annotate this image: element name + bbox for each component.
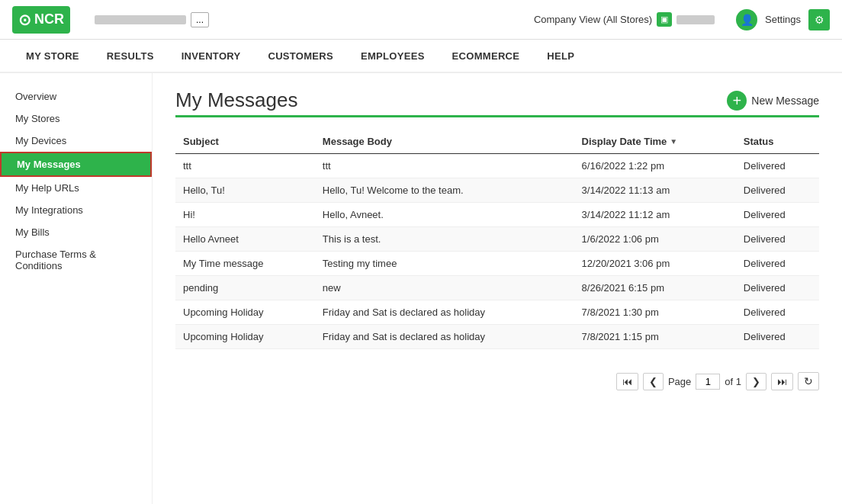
cell-body: Hello, Avneet. xyxy=(315,203,574,227)
cell-status: Delivered xyxy=(736,300,819,325)
sidebar-item-my-messages[interactable]: My Messages xyxy=(0,152,152,177)
table-row[interactable]: Upcoming Holiday Friday and Sat is decla… xyxy=(175,300,819,325)
col-header-date[interactable]: Display Date Time ▼ xyxy=(574,130,736,154)
col-header-date-label: Display Date Time xyxy=(582,136,667,147)
page-header: My Messages + New Message xyxy=(175,88,819,112)
main-layout: Overview My Stores My Devices My Message… xyxy=(0,73,842,504)
cell-status: Delivered xyxy=(736,325,819,349)
nav-item-help[interactable]: HELP xyxy=(533,40,588,73)
new-message-label: New Message xyxy=(751,95,819,107)
page-title: My Messages xyxy=(175,88,297,112)
ncr-logo: ⊙ NCR xyxy=(12,6,70,34)
cell-body: This is a test. xyxy=(315,227,574,252)
cell-body: Testing my timee xyxy=(315,252,574,276)
store-selector: ... xyxy=(95,12,209,27)
pagination-refresh-btn[interactable]: ↻ xyxy=(798,372,819,390)
messages-table: Subject Message Body Display Date Time ▼… xyxy=(175,130,819,349)
pagination-page-label: Page xyxy=(668,376,691,387)
table-row[interactable]: Hello, Tu! Hello, Tu! Welcome to the tea… xyxy=(175,178,819,203)
nav-item-customers[interactable]: CUSTOMERS xyxy=(254,40,347,73)
company-view: Company View (All Stores) ▣ xyxy=(534,12,715,27)
cell-body: new xyxy=(315,276,574,300)
cell-date: 12/20/2021 3:06 pm xyxy=(574,252,736,276)
user-avatar-icon[interactable]: 👤 xyxy=(736,9,757,30)
topbar: ⊙ NCR ... Company View (All Stores) ▣ 👤 … xyxy=(0,0,842,40)
cell-status: Delivered xyxy=(736,227,819,252)
sidebar-item-overview[interactable]: Overview xyxy=(0,85,152,108)
nav-item-ecommerce[interactable]: ECOMMERCE xyxy=(439,40,534,73)
nav-item-employees[interactable]: EMPLOYEES xyxy=(347,40,439,73)
sidebar-item-my-stores[interactable]: My Stores xyxy=(0,108,152,130)
cell-subject: Hi! xyxy=(175,203,315,227)
cell-subject: Upcoming Holiday xyxy=(175,300,315,325)
cell-date: 1/6/2022 1:06 pm xyxy=(574,227,736,252)
store-name-blurred xyxy=(95,15,186,24)
cell-body: ttt xyxy=(315,154,574,178)
cell-date: 6/16/2022 1:22 pm xyxy=(574,154,736,178)
cell-date: 3/14/2022 11:12 am xyxy=(574,203,736,227)
navbar: MY STORE RESULTS INVENTORY CUSTOMERS EMP… xyxy=(0,40,842,73)
sidebar-item-my-devices[interactable]: My Devices xyxy=(0,130,152,152)
cell-subject: My Time message xyxy=(175,252,315,276)
store-dropdown-btn[interactable]: ... xyxy=(191,12,209,27)
cell-date: 8/26/2021 6:15 pm xyxy=(574,276,736,300)
nav-item-inventory[interactable]: INVENTORY xyxy=(168,40,255,73)
table-body: ttt ttt 6/16/2022 1:22 pm Delivered Hell… xyxy=(175,154,819,349)
ncr-text: NCR xyxy=(34,11,64,27)
nav-item-results[interactable]: RESULTS xyxy=(93,40,168,73)
content-area: My Messages + New Message Subject Messag… xyxy=(153,73,842,504)
pagination-page-input[interactable] xyxy=(696,374,720,390)
table-row[interactable]: pending new 8/26/2021 6:15 pm Delivered xyxy=(175,276,819,300)
pagination-next-btn[interactable]: ❯ xyxy=(746,373,766,390)
new-message-plus-icon: + xyxy=(727,91,747,111)
sidebar: Overview My Stores My Devices My Message… xyxy=(0,73,153,504)
cell-subject: Hello Avneet xyxy=(175,227,315,252)
monitor-icon: ▣ xyxy=(657,12,672,27)
cell-date: 7/8/2021 1:15 pm xyxy=(574,325,736,349)
cell-body: Friday and Sat is declared as holiday xyxy=(315,325,574,349)
cell-status: Delivered xyxy=(736,252,819,276)
col-header-subject: Subject xyxy=(175,130,315,154)
settings-label: Settings xyxy=(765,14,801,25)
sidebar-item-my-bills[interactable]: My Bills xyxy=(0,221,152,243)
cell-subject: ttt xyxy=(175,154,315,178)
pagination: ⏮ ❮ Page of 1 ❯ ⏭ ↻ xyxy=(175,372,819,390)
table-row[interactable]: My Time message Testing my timee 12/20/2… xyxy=(175,252,819,276)
topbar-icons: 👤 Settings ⚙ xyxy=(736,9,830,30)
ncr-symbol: ⊙ xyxy=(18,11,31,29)
cell-body: Hello, Tu! Welcome to the team. xyxy=(315,178,574,203)
settings-gear-icon[interactable]: ⚙ xyxy=(808,9,830,30)
user-name-blurred xyxy=(676,15,715,24)
col-header-body: Message Body xyxy=(315,130,574,154)
cell-status: Delivered xyxy=(736,178,819,203)
table-row[interactable]: ttt ttt 6/16/2022 1:22 pm Delivered xyxy=(175,154,819,178)
col-header-status: Status xyxy=(736,130,819,154)
green-divider xyxy=(175,115,819,117)
table-row[interactable]: Hello Avneet This is a test. 1/6/2022 1:… xyxy=(175,227,819,252)
cell-subject: Hello, Tu! xyxy=(175,178,315,203)
sort-desc-icon: ▼ xyxy=(670,137,677,146)
pagination-prev-btn[interactable]: ❮ xyxy=(643,373,664,390)
nav-item-my-store[interactable]: MY STORE xyxy=(12,40,93,73)
table-row[interactable]: Hi! Hello, Avneet. 3/14/2022 11:12 am De… xyxy=(175,203,819,227)
sidebar-item-my-help-urls[interactable]: My Help URLs xyxy=(0,177,152,199)
cell-status: Delivered xyxy=(736,154,819,178)
cell-date: 3/14/2022 11:13 am xyxy=(574,178,736,203)
pagination-last-btn[interactable]: ⏭ xyxy=(771,373,793,390)
pagination-of-label: of 1 xyxy=(725,376,741,387)
pagination-first-btn[interactable]: ⏮ xyxy=(616,373,638,390)
sidebar-item-purchase-terms[interactable]: Purchase Terms & Conditions xyxy=(0,243,152,277)
cell-status: Delivered xyxy=(736,203,819,227)
sidebar-item-my-integrations[interactable]: My Integrations xyxy=(0,199,152,221)
cell-subject: pending xyxy=(175,276,315,300)
table-header: Subject Message Body Display Date Time ▼… xyxy=(175,130,819,154)
cell-date: 7/8/2021 1:30 pm xyxy=(574,300,736,325)
table-row[interactable]: Upcoming Holiday Friday and Sat is decla… xyxy=(175,325,819,349)
cell-subject: Upcoming Holiday xyxy=(175,325,315,349)
new-message-button[interactable]: + New Message xyxy=(727,91,819,111)
cell-body: Friday and Sat is declared as holiday xyxy=(315,300,574,325)
company-view-label: Company View (All Stores) xyxy=(534,14,652,25)
cell-status: Delivered xyxy=(736,276,819,300)
